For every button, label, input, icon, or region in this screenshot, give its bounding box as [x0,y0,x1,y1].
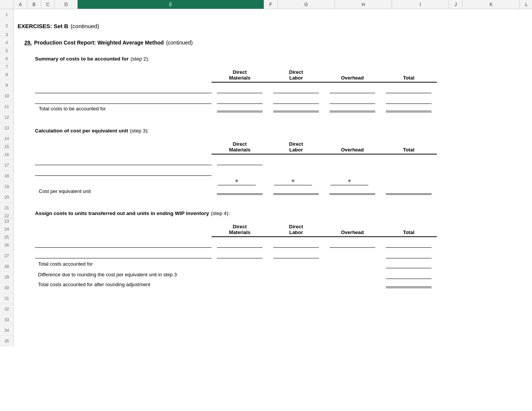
exercises-title-suffix: (continued) [70,23,99,29]
row-num-6: 6 [0,53,13,64]
row-num-13: 13 [0,123,13,133]
section1-title-row: Summary of costs to be accounted for (st… [14,53,532,64]
col-header-c: C [41,0,55,9]
section2-col3-header: Overhead [324,147,381,155]
section3-col4-header: Total [381,229,437,237]
row-num-7: 7 [0,64,13,69]
row-num-33: 33 [0,314,13,325]
section1-col2-header: Direct Labor [268,69,324,83]
section2-col2-header: Direct Labor [268,141,324,155]
section3-title-row: Assign costs to units transferred out an… [14,208,532,218]
section3-diff-label: Difference due to rounding the cost per … [35,272,212,277]
col-header-b: B [27,0,41,9]
section2-datarow2 [14,165,532,176]
section2-cost-label: Cost per equivalent unit [35,188,212,194]
row-num-31: 31 [0,293,13,304]
row-num-20: 20 [0,192,13,202]
row-num-18: 18 [0,170,13,181]
row-num-10: 10 [0,91,13,101]
section1-col3-header: Overhead [324,75,381,83]
row-num-35: 35 [0,336,13,346]
exercises-title-bold: EXERCISES: Set B [18,23,68,29]
row-num-2: 2 [0,20,13,32]
row-num-9: 9 [0,80,13,91]
col-header-l: L [520,0,532,9]
col-header-d: D [55,0,78,9]
row-num-22: 22 [0,213,13,218]
section3-final-label: Total costs accounted for after rounding… [35,282,212,287]
row-num-23: 23 [0,218,13,224]
row-num-28: 28 [0,261,13,272]
section1-col2-line2: Labor [289,75,303,81]
section2-title: Calculation of cost per equivalent unit [35,128,128,134]
section3-title-suffix: (step 4): [211,210,230,216]
row-num-34: 34 [0,325,13,336]
col-header-e: E [78,0,264,9]
problem-number: 29. [24,40,32,46]
section3-col2-header: Direct Labor [268,224,324,237]
row-num-26: 26 [0,240,13,250]
row-num-29: 29 [0,272,13,282]
row-num-27: 27 [0,250,13,261]
row-num-1: 1 [0,9,13,20]
section1-col1-header: Direct Materials [212,69,268,83]
row-numbers: 1 2 3 4 5 6 7 8 9 10 11 12 13 14 15 16 1… [0,9,14,346]
row-num-21: 21 [0,202,13,213]
row-num-19: 19 [0,181,13,192]
row-number-header [0,0,14,9]
div-symbol-3: ÷ [330,177,368,185]
section2-title-row: Calculation of cost per equivalent unit … [14,125,532,136]
section2-datarow1 [14,155,532,165]
section1-col3-line1: Overhead [341,75,364,81]
col-header-k: K [463,0,520,9]
col-header-i: I [392,0,449,9]
section2-cost-row: Cost per equivalent unit [14,186,532,197]
col-header-a: A [14,0,27,9]
row-num-32: 32 [0,304,13,314]
row-num-12: 12 [0,112,13,123]
section3-datarow1 [14,237,532,248]
col-header-h: H [335,0,392,9]
section2-col1-header: Direct Materials [212,141,268,155]
section2-col4-header: Total [381,147,437,155]
section1-col4-header: Total [381,75,437,83]
problem-title-row: 29. Production Cost Report: Weighted Ave… [14,37,532,48]
row-num-3: 3 [0,32,13,37]
row-num-8: 8 [0,69,13,80]
section1-datarow2 [14,93,532,104]
section3-col3-header: Overhead [324,229,381,237]
section3-final-row: Total costs accounted for after rounding… [14,280,532,290]
spreadsheet-container: A B C D E F G H I J K L M N 1 2 3 4 5 6 … [0,0,532,411]
row-num-11: 11 [0,101,13,112]
sheet-content: EXERCISES: Set B (continued) 29. Product… [14,9,532,346]
section3-col1-header: Direct Materials [212,224,268,237]
col-header-f: F [264,0,278,9]
sheet-body: 1 2 3 4 5 6 7 8 9 10 11 12 13 14 15 16 1… [0,9,532,346]
row-num-24: 24 [0,224,13,234]
problem-title-suffix: (continued) [166,40,193,46]
row-num-14: 14 [0,133,13,144]
section3-datarow2 [14,248,532,258]
section3-headers: Direct Materials Direct Labor Overhead T… [14,224,532,237]
div-symbol-1: ÷ [218,177,256,185]
section3-total-label: Total costs accounted for [35,261,212,267]
row-num-30: 30 [0,282,13,293]
div-symbol-2: ÷ [274,177,312,185]
row-num-15: 15 [0,144,13,149]
column-header-row: A B C D E F G H I J K L M N [0,0,532,9]
col-header-j: J [449,0,463,9]
col-header-g: G [278,0,335,9]
section1-col2-line1: Direct [289,69,303,75]
section3-diff-row: Difference due to rounding the cost per … [14,269,532,280]
row-num-5: 5 [0,48,13,53]
problem-title-text: Production Cost Report: Weighted Average… [34,40,164,46]
section1-datarow1 [14,83,532,93]
section1-col1-line2: Materials [229,75,250,81]
section2-title-suffix: (step 3): [130,128,149,134]
section3-title: Assign costs to units transferred out an… [35,210,209,216]
section1-col1-line1: Direct [233,69,247,75]
section1-title: Summary of costs to be accounted for [35,56,129,62]
section1-total-row: Total costs to be accounted for [14,104,532,115]
row-num-4: 4 [0,37,13,48]
section2-headers: Direct Materials Direct Labor Overhead T… [14,141,532,155]
